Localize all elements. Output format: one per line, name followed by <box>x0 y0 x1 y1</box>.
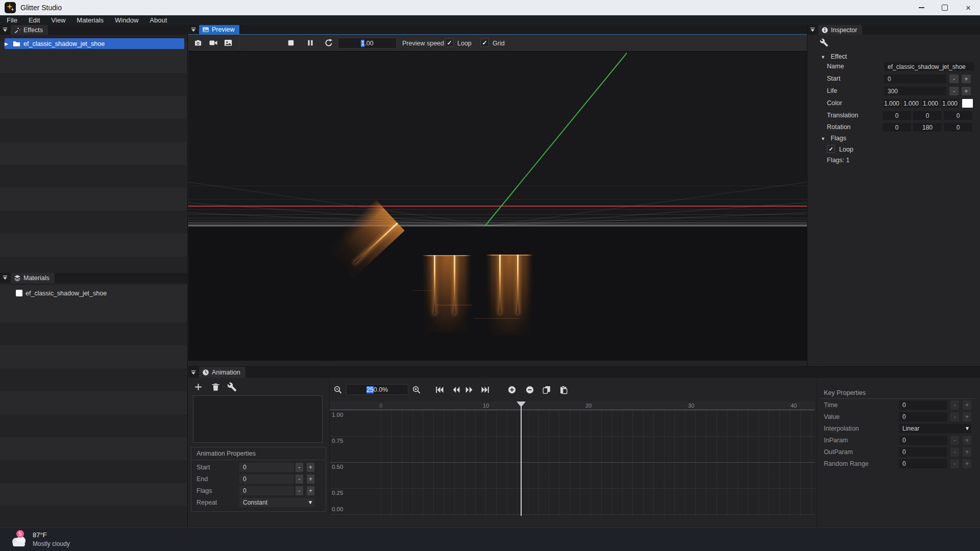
translation-z-input[interactable]: 0 <box>944 111 972 120</box>
flags-loop-checkbox[interactable]: ✓ <box>827 145 835 153</box>
minimize-button[interactable] <box>910 0 933 15</box>
menu-edit[interactable]: Edit <box>29 16 40 24</box>
repeat-dropdown[interactable]: Constant ▼ <box>239 498 314 507</box>
color-g-input[interactable]: 1.000 <box>902 99 920 108</box>
random-range-input[interactable]: 0 <box>899 459 947 468</box>
delete-trash-icon[interactable] <box>211 382 220 392</box>
outparam-input[interactable]: 0 <box>899 447 947 457</box>
panel-menu-icon[interactable] <box>2 27 9 33</box>
anim-flags-decrement-button[interactable]: - <box>296 486 303 495</box>
value-decrement-button[interactable]: - <box>950 412 959 421</box>
screenshot-image-icon[interactable] <box>224 38 233 47</box>
color-b-input[interactable]: 1.000 <box>922 99 939 108</box>
expand-arrow-icon[interactable]: ▶ <box>5 41 10 46</box>
outparam-decrement-button[interactable]: - <box>950 447 959 457</box>
color-swatch[interactable] <box>962 99 973 108</box>
refresh-icon[interactable] <box>324 38 333 47</box>
life-input[interactable]: 300 <box>884 87 946 95</box>
value-input[interactable]: 0 <box>899 412 947 421</box>
flags-section-header[interactable]: ▼ Flags <box>821 135 846 142</box>
rotation-y-input[interactable]: 180 <box>913 123 942 132</box>
color-a-input[interactable]: 1.000 <box>941 99 959 108</box>
anim-end-decrement-button[interactable]: - <box>296 474 303 484</box>
panel-menu-icon[interactable] <box>190 369 197 376</box>
video-camera-icon[interactable] <box>209 38 218 47</box>
panel-menu-icon[interactable] <box>2 274 9 281</box>
outparam-increment-button[interactable]: + <box>963 447 971 457</box>
tab-preview[interactable]: Preview <box>199 25 239 34</box>
timeline-graph[interactable]: 1.00 0.75 0.50 0.25 0.00 <box>330 410 815 516</box>
preview-speed-input[interactable]: 1.00 <box>338 38 397 48</box>
playhead-handle[interactable] <box>517 402 526 407</box>
paste-icon[interactable] <box>559 385 568 394</box>
start-increment-button[interactable]: + <box>962 74 971 83</box>
time-decrement-button[interactable]: - <box>950 400 959 410</box>
tab-inspector[interactable]: Inspector <box>818 25 862 35</box>
effect-section-header[interactable]: ▼ Effect <box>821 53 847 60</box>
time-increment-button[interactable]: + <box>963 400 971 410</box>
anim-start-decrement-button[interactable]: - <box>296 463 303 472</box>
copy-icon[interactable] <box>542 385 551 394</box>
anim-end-input[interactable]: 0 <box>239 474 294 484</box>
anim-flags-increment-button[interactable]: + <box>307 486 314 495</box>
menu-window[interactable]: Window <box>115 16 138 24</box>
tab-effects[interactable]: Effects <box>11 25 48 35</box>
pause-icon[interactable] <box>306 38 315 47</box>
skip-end-icon[interactable] <box>481 385 490 394</box>
effects-tree-item[interactable]: ▶ ef_classic_shadow_jet_shoe <box>5 38 184 49</box>
color-r-input[interactable]: 1.000 <box>883 99 900 108</box>
start-decrement-button[interactable]: - <box>949 74 959 83</box>
maximize-button[interactable] <box>933 0 957 15</box>
preview-viewport[interactable] <box>188 52 807 361</box>
time-input[interactable]: 0 <box>899 400 947 410</box>
menu-file[interactable]: File <box>7 16 17 24</box>
material-list-item[interactable]: ef_classic_shadow_jet_shoe <box>5 288 184 298</box>
panel-menu-icon[interactable] <box>809 27 816 33</box>
wrench-icon[interactable] <box>820 38 828 47</box>
stop-icon[interactable] <box>286 38 296 47</box>
translation-y-input[interactable]: 0 <box>913 111 942 120</box>
interpolation-dropdown[interactable]: Linear ▼ <box>899 424 971 433</box>
timeline-ruler[interactable]: 0 10 20 30 40 <box>330 402 815 410</box>
animation-list[interactable] <box>193 395 323 443</box>
start-input[interactable]: 0 <box>884 74 946 83</box>
anim-start-input[interactable]: 0 <box>239 463 294 472</box>
settings-wrench-icon[interactable] <box>227 382 237 392</box>
menu-about[interactable]: About <box>150 16 167 24</box>
life-increment-button[interactable]: + <box>962 87 971 95</box>
random-increment-button[interactable]: + <box>963 459 971 468</box>
panel-menu-icon[interactable] <box>190 27 197 33</box>
weather-widget[interactable]: 5 87°F Mostly cloudy <box>4 529 96 550</box>
add-animation-icon[interactable] <box>193 382 203 392</box>
grid-checkbox[interactable]: ✓ <box>480 38 489 47</box>
inparam-input[interactable]: 0 <box>899 436 947 445</box>
inparam-decrement-button[interactable]: - <box>950 436 959 445</box>
camera-icon[interactable] <box>193 38 203 47</box>
inparam-increment-button[interactable]: + <box>963 436 971 445</box>
zoom-out-icon[interactable] <box>333 385 342 394</box>
anim-end-increment-button[interactable]: + <box>307 474 314 484</box>
timeline-zoom-input[interactable]: 250.0% <box>346 384 408 395</box>
value-increment-button[interactable]: + <box>963 412 971 421</box>
rotation-z-input[interactable]: 0 <box>944 123 972 132</box>
anim-start-increment-button[interactable]: + <box>307 463 314 472</box>
rotation-x-input[interactable]: 0 <box>883 123 911 132</box>
anim-flags-input[interactable]: 0 <box>239 486 294 495</box>
life-decrement-button[interactable]: - <box>949 87 959 95</box>
skip-start-icon[interactable] <box>435 385 444 394</box>
tab-animation[interactable]: Animation <box>199 367 246 378</box>
name-input[interactable]: ef_classic_shadow_jet_shoe <box>884 62 974 71</box>
fast-forward-icon[interactable] <box>464 385 474 394</box>
rewind-icon[interactable] <box>452 385 461 394</box>
menu-view[interactable]: View <box>51 16 65 24</box>
close-button[interactable]: × <box>957 0 980 15</box>
zoom-in-icon[interactable] <box>412 385 421 394</box>
menu-materials[interactable]: Materials <box>77 16 104 24</box>
playhead-line[interactable] <box>521 402 522 516</box>
random-decrement-button[interactable]: - <box>950 459 959 468</box>
remove-key-icon[interactable] <box>525 385 534 394</box>
translation-x-input[interactable]: 0 <box>883 111 911 120</box>
loop-checkbox[interactable]: ✓ <box>445 38 454 47</box>
add-key-icon[interactable] <box>507 385 517 394</box>
tab-materials[interactable]: Materials <box>11 273 55 283</box>
